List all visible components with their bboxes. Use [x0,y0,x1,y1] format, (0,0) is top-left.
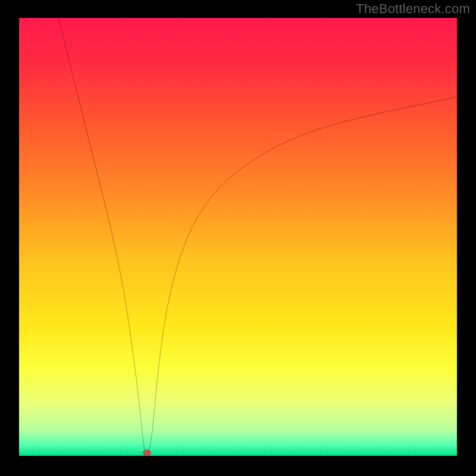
plot-area [19,18,457,457]
minimum-marker [143,450,151,456]
chart-frame: TheBottleneck.com [0,0,476,476]
curve-line [19,18,457,457]
watermark-text: TheBottleneck.com [356,1,470,17]
